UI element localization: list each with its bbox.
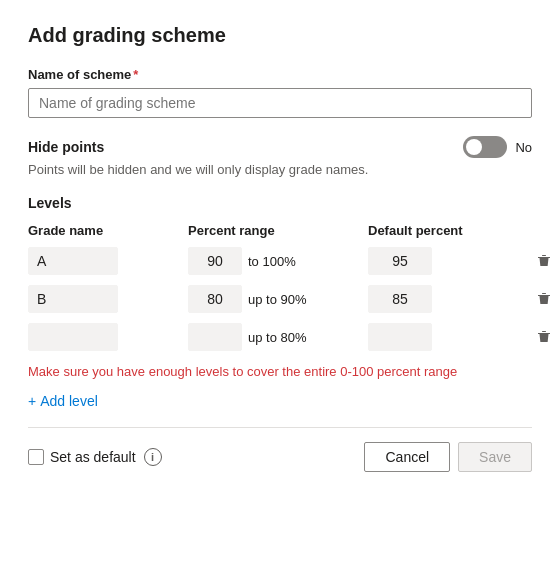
percent-range-text-2: up to 90% bbox=[248, 292, 307, 307]
percent-range-text-3: up to 80% bbox=[248, 330, 307, 345]
set-default-label: Set as default bbox=[50, 449, 136, 465]
scheme-name-input[interactable] bbox=[28, 88, 532, 118]
add-level-plus: + bbox=[28, 393, 36, 409]
col-grade-name: Grade name bbox=[28, 223, 188, 238]
scheme-name-label: Name of scheme* bbox=[28, 67, 532, 82]
percent-from-input-2[interactable] bbox=[188, 285, 242, 313]
set-default-wrap: Set as default bbox=[28, 449, 136, 465]
footer: Set as default i Cancel Save bbox=[28, 442, 532, 472]
error-message: Make sure you have enough levels to cove… bbox=[28, 364, 532, 379]
delete-row-button-1[interactable] bbox=[528, 249, 560, 273]
hide-points-toggle-label: No bbox=[515, 140, 532, 155]
info-icon[interactable]: i bbox=[144, 448, 162, 466]
levels-title: Levels bbox=[28, 195, 532, 211]
percent-range-text-1: to 100% bbox=[248, 254, 296, 269]
table-row: up to 90% bbox=[28, 280, 532, 318]
col-percent-range: Percent range bbox=[188, 223, 368, 238]
grade-name-input-3[interactable] bbox=[28, 323, 118, 351]
table-row: to 100% bbox=[28, 242, 532, 280]
delete-row-button-3[interactable] bbox=[528, 325, 560, 349]
percent-from-input-3[interactable] bbox=[188, 323, 242, 351]
grade-name-input-1[interactable] bbox=[28, 247, 118, 275]
add-level-label: Add level bbox=[40, 393, 98, 409]
add-level-button[interactable]: + Add level bbox=[28, 389, 98, 413]
delete-row-button-2[interactable] bbox=[528, 287, 560, 311]
percent-from-input-1[interactable] bbox=[188, 247, 242, 275]
cancel-button[interactable]: Cancel bbox=[364, 442, 450, 472]
default-percent-input-2[interactable] bbox=[368, 285, 432, 313]
hide-points-toggle[interactable] bbox=[463, 136, 507, 158]
page-title: Add grading scheme bbox=[28, 24, 532, 47]
default-percent-input-1[interactable] bbox=[368, 247, 432, 275]
hide-points-label: Hide points bbox=[28, 139, 104, 155]
table-row: up to 80% bbox=[28, 318, 532, 356]
hide-points-subtitle: Points will be hidden and we will only d… bbox=[28, 162, 532, 177]
levels-header: Grade name Percent range Default percent bbox=[28, 219, 532, 242]
default-percent-input-3[interactable] bbox=[368, 323, 432, 351]
col-default-percent: Default percent bbox=[368, 223, 528, 238]
grade-name-input-2[interactable] bbox=[28, 285, 118, 313]
save-button[interactable]: Save bbox=[458, 442, 532, 472]
footer-divider bbox=[28, 427, 532, 428]
set-default-checkbox[interactable] bbox=[28, 449, 44, 465]
